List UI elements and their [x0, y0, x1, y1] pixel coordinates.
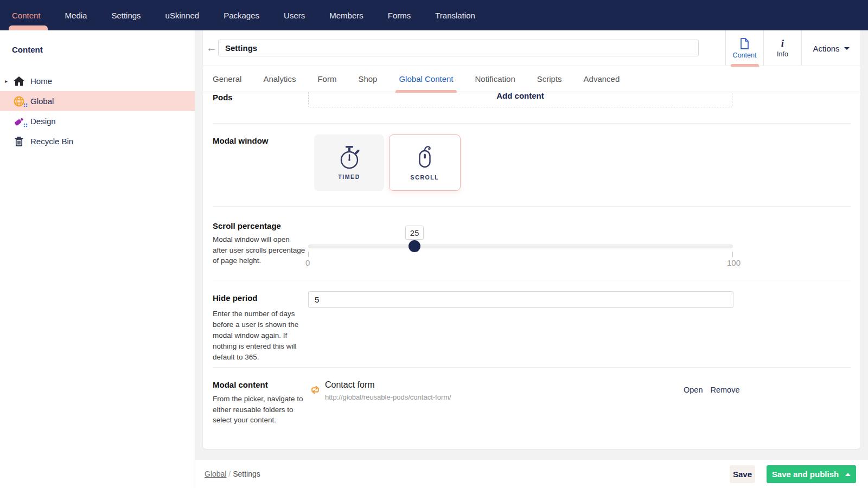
remove-link[interactable]: Remove — [710, 386, 739, 394]
description-line: default to 365. — [213, 352, 298, 363]
editor-footer: Global / Settings Save Save and publish — [195, 460, 868, 488]
tab-advanced[interactable]: Advanced — [584, 66, 620, 92]
slider-handle[interactable] — [409, 240, 420, 252]
nav-item-uskinned[interactable]: uSkinned — [165, 0, 200, 30]
description-line: before a user is shown the — [213, 319, 298, 330]
slider-min-label: 0 — [305, 258, 310, 267]
sidebar-item-label: Design — [30, 117, 56, 126]
save-and-publish-label: Save and publish — [772, 470, 839, 479]
nav-active-indicator — [9, 25, 48, 30]
top-nav-items: Content Media Settings uSkinned Packages… — [0, 0, 500, 30]
tab-content-app[interactable]: Content — [725, 30, 763, 66]
tab-scripts[interactable]: Scripts — [537, 66, 562, 92]
actions-dropdown-button[interactable]: Actions — [801, 30, 860, 66]
changes-dots-icon — [23, 120, 28, 129]
slider-track[interactable] — [308, 245, 733, 248]
hide-period-input[interactable] — [308, 291, 733, 308]
nav-item-members[interactable]: Members — [329, 0, 363, 30]
nav-item-label: Media — [65, 11, 87, 20]
nav-item-users[interactable]: Users — [284, 0, 305, 30]
editor-card: ← Content i Info Actions Gener — [203, 30, 860, 449]
settings-form: Pods Add content Modal window TIMED SCRO… — [203, 92, 860, 449]
nav-item-packages[interactable]: Packages — [224, 0, 259, 30]
modal-option-timed[interactable]: TIMED — [314, 134, 384, 191]
nav-item-label: Forms — [388, 11, 411, 20]
info-icon: i — [781, 38, 784, 48]
modal-option-label: SCROLL — [411, 174, 439, 181]
sidebar-item-label: Recycle Bin — [30, 137, 73, 146]
hide-period-label: Hide period — [213, 293, 258, 303]
breadcrumb-current: Settings — [233, 470, 260, 478]
modal-content-label: Modal content — [213, 380, 268, 389]
sidebar-item-label: Home — [30, 76, 52, 86]
add-content-button[interactable]: Add content — [308, 92, 732, 107]
modal-option-scroll[interactable]: SCROLL — [389, 134, 461, 191]
trash-icon — [12, 135, 25, 148]
nav-item-label: Translation — [435, 11, 475, 20]
nav-item-forms[interactable]: Forms — [388, 0, 411, 30]
scroll-percentage-description: Modal window will open after user scroll… — [213, 234, 305, 266]
nav-item-media[interactable]: Media — [65, 0, 87, 30]
sidebar-section-title: Content — [12, 45, 43, 54]
tab-analytics[interactable]: Analytics — [263, 66, 296, 92]
tab-content-label: Content — [733, 52, 757, 59]
tab-general[interactable]: General — [213, 66, 241, 92]
document-title-input[interactable] — [218, 40, 699, 56]
picked-content-url: http://global/reusable-pods/contact-form… — [325, 393, 451, 401]
save-button[interactable]: Save — [730, 465, 755, 483]
main-area: ← Content i Info Actions Gener — [195, 30, 868, 488]
section-divider — [213, 123, 851, 124]
save-and-publish-button[interactable]: Save and publish — [767, 465, 856, 483]
description-line: From the picker, navigate to — [213, 394, 303, 404]
document-app-tabs: Content i Info Actions — [725, 30, 860, 66]
description-line: Modal window will open — [213, 234, 305, 245]
tab-global-content[interactable]: Global Content — [399, 66, 453, 92]
nav-item-label: uSkinned — [165, 11, 200, 20]
tab-info-app[interactable]: i Info — [763, 30, 801, 66]
expand-caret-icon[interactable]: ▸ — [5, 78, 8, 84]
stopwatch-icon — [336, 143, 362, 171]
section-divider — [213, 280, 851, 280]
breadcrumb: Global / Settings — [205, 470, 260, 478]
tab-shop[interactable]: Shop — [358, 66, 377, 92]
slider-max-label: 100 — [720, 258, 741, 267]
description-line: select your content. — [213, 415, 303, 426]
breadcrumb-parent-link[interactable]: Global — [205, 470, 226, 478]
caret-up-icon — [845, 473, 851, 476]
mouse-icon — [412, 144, 438, 172]
description-line: either reusable folders to — [213, 404, 303, 415]
picked-content-title[interactable]: Contact form — [325, 380, 375, 390]
open-link[interactable]: Open — [684, 386, 703, 394]
back-arrow-icon[interactable]: ← — [205, 41, 218, 54]
nav-item-label: Content — [12, 11, 41, 20]
tab-form[interactable]: Form — [317, 66, 336, 92]
add-content-label: Add content — [496, 92, 544, 100]
nav-item-label: Settings — [111, 11, 141, 20]
paint-icon — [12, 115, 25, 128]
sidebar: Content ▸ Home Global — [0, 30, 195, 488]
sync-icon — [310, 384, 321, 395]
nav-item-settings[interactable]: Settings — [111, 0, 141, 30]
top-navbar: Content Media Settings uSkinned Packages… — [0, 0, 868, 30]
content-tabs: General Analytics Form Shop Global Conte… — [203, 66, 860, 92]
actions-label: Actions — [813, 44, 839, 53]
hide-period-description: Enter the number of days before a user i… — [213, 309, 298, 363]
modal-window-label: Modal window — [213, 136, 269, 145]
description-line: Enter the number of days — [213, 309, 298, 319]
picked-content-actions: Open Remove — [684, 386, 739, 394]
nav-item-label: Packages — [224, 11, 259, 20]
home-icon — [12, 75, 25, 88]
sidebar-item-recycle-bin[interactable]: Recycle Bin — [0, 131, 195, 151]
nav-item-label: Users — [284, 11, 305, 20]
sidebar-item-home[interactable]: ▸ Home — [0, 71, 195, 91]
globe-icon — [12, 95, 25, 108]
nav-item-translation[interactable]: Translation — [435, 0, 475, 30]
pods-label: Pods — [213, 93, 233, 102]
slider-tick-max — [732, 252, 733, 257]
sidebar-item-global[interactable]: Global — [0, 91, 195, 111]
sidebar-item-design[interactable]: Design — [0, 111, 195, 131]
slider-value-tooltip: 25 — [405, 226, 424, 240]
tab-notification[interactable]: Notification — [475, 66, 515, 92]
section-divider — [213, 367, 851, 368]
changes-dots-icon — [23, 100, 28, 109]
